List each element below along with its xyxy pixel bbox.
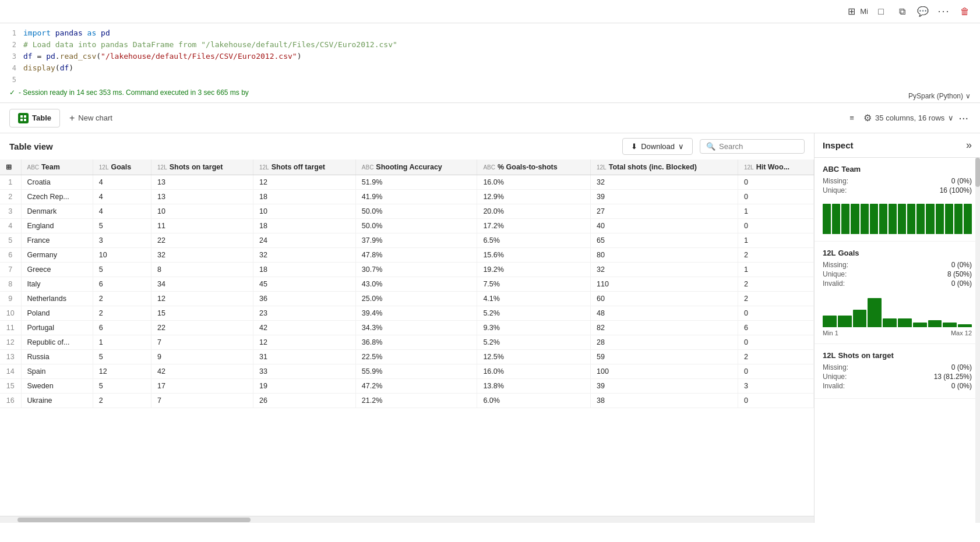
cell-hit-wood: 1 — [738, 263, 813, 277]
cell-total-shots: 40 — [590, 219, 738, 233]
team-type-badge: ABC — [823, 165, 839, 173]
shots-type-badge: 12L — [823, 351, 836, 360]
data-table-wrapper[interactable]: ⊞ ABC Team 12L Goals 12L Shots on target — [0, 160, 814, 516]
pyspark-label[interactable]: PySpark (Python) ∨ — [908, 92, 971, 100]
more-options-icon[interactable]: ··· — [936, 3, 952, 20]
cell-hit-wood: 0 — [738, 190, 813, 204]
cell-row-num: 8 — [0, 277, 21, 292]
invalid-label: Invalid: — [823, 279, 845, 288]
code-line-3: 3 df = pd.read_csv("/lakehouse/default/F… — [0, 51, 980, 63]
column-info[interactable]: ⚙ 35 columns, 16 rows ∨ — [863, 112, 954, 123]
svg-rect-1 — [24, 115, 26, 118]
bar — [926, 204, 934, 234]
pyspark-text: PySpark (Python) — [908, 92, 963, 100]
col-header-shooting-accuracy[interactable]: ABC Shooting Accuracy — [355, 160, 477, 175]
bar — [928, 320, 942, 327]
bar — [936, 204, 944, 234]
delete-icon[interactable]: 🗑 — [957, 3, 973, 20]
cell-pct-goals: 17.2% — [477, 219, 591, 233]
cell-hit-wood: 2 — [738, 277, 813, 292]
cell-shots-on: 15 — [151, 306, 253, 321]
cell-team: Denmark — [21, 204, 93, 219]
table-tab[interactable]: Table — [9, 109, 60, 127]
cell-pct-goals: 15.6% — [477, 248, 591, 263]
download-icon: ⬇ — [631, 142, 637, 151]
cell-team: Greece — [21, 263, 93, 277]
cell-row-num: 11 — [0, 321, 21, 335]
cell-pct-goals: 4.1% — [477, 292, 591, 306]
inspect-shots-invalid: Invalid: 0 (0%) — [823, 382, 972, 390]
horizontal-scrollbar[interactable] — [0, 516, 814, 523]
col-header-row-num[interactable]: ⊞ — [0, 160, 21, 175]
cell-hit-wood: 1 — [738, 233, 813, 248]
unique-value: 13 (81.25%) — [934, 373, 972, 381]
cell-goals: 1 — [93, 335, 151, 350]
bar — [889, 204, 897, 234]
cell-goals: 5 — [93, 379, 151, 394]
inspect-scroll-area[interactable]: ABC Team Missing: 0 (0%) Unique: 16 (100… — [815, 158, 980, 523]
cell-shoot-acc: 30.7% — [355, 263, 477, 277]
cell-shots-off: 45 — [253, 277, 355, 292]
cell-total-shots: 27 — [590, 204, 738, 219]
col-header-hit-woodwork[interactable]: 12L Hit Woo... — [738, 160, 813, 175]
cell-goals: 10 — [93, 248, 151, 263]
plus-icon: + — [69, 113, 75, 123]
cell-hit-wood: 0 — [738, 335, 813, 350]
svg-rect-3 — [24, 119, 26, 121]
code-content-3: df = pd.read_csv("/lakehouse/default/Fil… — [23, 52, 301, 61]
cell-goals: 2 — [93, 292, 151, 306]
table-row: 8 Italy 6 34 45 43.0% 7.5% 110 2 — [0, 277, 814, 292]
inspect-goals-col-name: 12L Goals — [823, 249, 972, 257]
bar — [868, 298, 882, 327]
copy-icon[interactable]: ⧉ — [894, 3, 910, 20]
new-chart-button[interactable]: + New chart — [62, 109, 119, 127]
cell-total-shots: 28 — [590, 335, 738, 350]
cell-row-num: 5 — [0, 233, 21, 248]
col-header-goals[interactable]: 12L Goals — [93, 160, 151, 175]
cell-shoot-acc: 51.9% — [355, 175, 477, 190]
invalid-value: 0 (0%) — [951, 279, 972, 288]
cell-team: Portugal — [21, 321, 93, 335]
bar — [954, 204, 963, 234]
cell-hit-wood: 0 — [738, 175, 813, 190]
table-row: 4 England 5 11 18 50.0% 17.2% 40 0 — [0, 219, 814, 233]
col-header-shots-off-target[interactable]: 12L Shots off target — [253, 160, 355, 175]
data-table: ⊞ ABC Team 12L Goals 12L Shots on target — [0, 160, 814, 408]
cell-row-num: 14 — [0, 364, 21, 379]
unique-label: Unique: — [823, 186, 847, 194]
cell-goals: 4 — [93, 204, 151, 219]
more-options-button[interactable]: ··· — [956, 111, 971, 125]
collapse-icon[interactable]: » — [966, 139, 972, 151]
table-body: 1 Croatia 4 13 12 51.9% 16.0% 32 0 2 Cze… — [0, 175, 814, 408]
search-input[interactable] — [719, 142, 798, 151]
unique-label: Unique: — [823, 270, 847, 278]
shots-col-label: Shots on target — [838, 351, 893, 360]
cell-row-num: 6 — [0, 248, 21, 263]
col-header-pct-goals-to-shots[interactable]: ABC % Goals-to-shots — [477, 160, 591, 175]
cell-shots-off: 12 — [253, 175, 355, 190]
goals-col-label: Goals — [838, 249, 859, 257]
missing-value: 0 (0%) — [951, 177, 972, 185]
search-box[interactable]: 🔍 — [700, 139, 805, 154]
col-header-shots-on-target[interactable]: 12L Shots on target — [151, 160, 253, 175]
screen-icon[interactable]: □ — [873, 3, 889, 20]
cell-shots-on: 22 — [151, 321, 253, 335]
cell-hit-wood: 3 — [738, 379, 813, 394]
unique-value: 16 (100%) — [940, 186, 972, 194]
cell-pct-goals: 12.5% — [477, 350, 591, 364]
cell-team: Poland — [21, 306, 93, 321]
col-header-team[interactable]: ABC Team — [21, 160, 93, 175]
table-row: 10 Poland 2 15 23 39.4% 5.2% 48 0 — [0, 306, 814, 321]
cell-pct-goals: 13.8% — [477, 379, 591, 394]
cell-team: Russia — [21, 350, 93, 364]
bar — [841, 204, 849, 234]
download-button[interactable]: ⬇ Download ∨ — [622, 138, 693, 155]
col-header-total-shots[interactable]: 12L Total shots (inc. Blocked) — [590, 160, 738, 175]
table-row: 9 Netherlands 2 12 36 25.0% 4.1% 60 2 — [0, 292, 814, 306]
cell-goals: 6 — [93, 277, 151, 292]
filter-icon[interactable]: ≡ — [842, 109, 861, 127]
cell-shots-on: 22 — [151, 233, 253, 248]
cell-shots-off: 23 — [253, 306, 355, 321]
chat-icon[interactable]: 💬 — [915, 3, 931, 20]
horizontal-scroll-thumb[interactable] — [17, 518, 251, 522]
